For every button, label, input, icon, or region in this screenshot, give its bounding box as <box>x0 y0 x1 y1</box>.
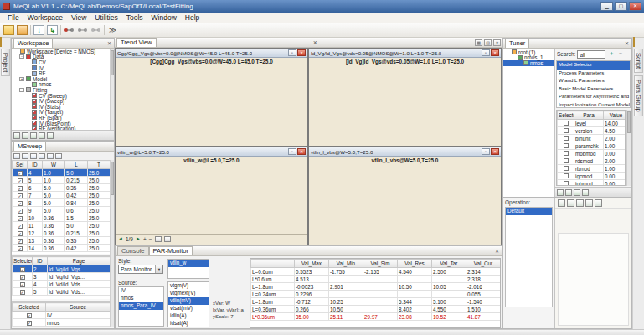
table-row[interactable]: ✓100.361.525.0 <box>13 214 111 222</box>
cascade-windows-icon[interactable]: ▤ <box>484 39 492 46</box>
checkbox[interactable]: ✓ <box>27 321 32 326</box>
list-item[interactable]: vtlin_w <box>168 260 209 267</box>
list-item[interactable]: vtgm(V) <box>168 282 209 290</box>
checkbox[interactable]: ✓ <box>18 209 23 214</box>
toolbar-overflow-icon[interactable]: ≫ <box>107 25 118 35</box>
export-data-icon[interactable]: ↳ <box>47 25 58 35</box>
zoom-in-icon[interactable]: + <box>143 236 147 242</box>
param-group-item[interactable]: Parameters for Asymmetric and Bia... <box>557 93 630 101</box>
list-item[interactable]: IV <box>119 287 163 295</box>
tab-script[interactable]: Script <box>634 49 643 73</box>
table-row[interactable]: mobmod0.00 <box>558 150 626 157</box>
table-row[interactable]: ✓5Id_Vd/Id_Vds... <box>13 288 111 296</box>
grid-view-icon[interactable] <box>55 153 62 159</box>
tab-project[interactable]: Project <box>1 49 10 76</box>
ws-tool-icon-1[interactable] <box>13 132 20 139</box>
column-header[interactable]: L <box>65 161 88 169</box>
panel-close-icon[interactable]: ✕ <box>107 40 112 46</box>
checkbox[interactable]: ✓ <box>18 186 23 191</box>
column-header[interactable] <box>251 260 295 268</box>
remove-param-icon[interactable]: − <box>616 50 624 58</box>
link-chain-icon[interactable] <box>90 25 101 35</box>
checkbox[interactable]: ✓ <box>18 224 23 229</box>
list-view-icon[interactable] <box>47 153 54 159</box>
ws-tool-icon-4[interactable] <box>39 132 45 139</box>
link-red-icon[interactable] <box>64 25 75 35</box>
plot-close-button[interactable]: ✕ <box>297 148 306 155</box>
checkbox[interactable]: ✓ <box>18 178 23 183</box>
column-header[interactable]: Selected <box>13 303 46 312</box>
checkbox[interactable] <box>564 173 569 178</box>
table-row[interactable]: ✓110.365.025.0 <box>13 222 111 229</box>
table-row[interactable]: ✓65.00.3525.0 <box>13 184 111 192</box>
plot-minimize-button[interactable]: ▫ <box>482 49 490 56</box>
menu-help[interactable]: Help <box>181 13 204 22</box>
plot-minimize-button[interactable]: ▫ <box>482 148 490 155</box>
column-header[interactable]: T <box>88 161 111 169</box>
pager-next-icon[interactable]: ► <box>136 236 141 241</box>
menu-utilities[interactable]: Utilities <box>90 13 121 22</box>
menu-workspace[interactable]: Workspace <box>23 13 67 22</box>
checkbox[interactable]: ✓ <box>18 231 23 236</box>
checkbox[interactable] <box>564 136 569 141</box>
list-item[interactable]: idlin(A) <box>168 312 209 320</box>
checkbox[interactable] <box>564 181 569 186</box>
tab-par-monitor[interactable]: PAR-Monitor <box>149 246 193 255</box>
column-header[interactable]: Val_Max <box>295 260 329 268</box>
column-header[interactable]: Sel <box>13 161 28 169</box>
table-row[interactable]: L*0.6um4.5132.318 <box>251 276 501 283</box>
zoom-out-icon[interactable]: − <box>149 236 152 242</box>
checkbox[interactable]: ✓ <box>18 171 23 176</box>
tab-para-group[interactable]: Para Group <box>634 75 643 116</box>
tree-item[interactable]: RF <box>12 70 110 76</box>
param-group-item[interactable]: W and L Parameters <box>557 77 630 85</box>
ws-tool-icon-2[interactable] <box>22 132 28 139</box>
open-project-icon[interactable] <box>17 25 28 35</box>
column-header[interactable]: ID <box>28 161 43 169</box>
checkbox[interactable]: ✓ <box>18 193 23 198</box>
table-row[interactable]: L=1.8um-0.00232.90110.5010.05-2.016 <box>251 283 501 291</box>
import-data-icon[interactable]: ↓ <box>33 25 44 35</box>
plot-close-button[interactable]: ✕ <box>491 49 499 56</box>
plot-window-vtlin-l[interactable]: vtlin_l_vbs@W=5.0,T=25.0 ▫✕ vtlin_l_vbs@… <box>308 147 502 245</box>
table-row[interactable]: L=0.36um0.26610.508.4024.5501.510 <box>251 306 501 313</box>
table-row[interactable]: L=1.8um-0.71210.255.3445.100-1.540 <box>251 298 501 306</box>
plot-minimize-button[interactable]: ▫ <box>288 148 296 155</box>
tree-item[interactable]: +Model <box>12 76 110 82</box>
table-row[interactable]: ✓120.360.21525.0 <box>13 229 111 237</box>
table-row[interactable]: ✓41.05.025.0 <box>13 169 111 177</box>
column-header[interactable]: Val_Res <box>398 260 432 268</box>
table-row[interactable]: level14.00 <box>558 120 626 127</box>
table-row[interactable]: binunit2.00 <box>558 135 626 142</box>
invert-selection-icon[interactable] <box>30 153 37 159</box>
table-row[interactable]: igcmod0.00 <box>558 173 626 180</box>
column-header[interactable]: Value <box>604 111 626 120</box>
workspace-scrollbar[interactable] <box>110 49 114 130</box>
select-none-icon[interactable] <box>22 153 28 159</box>
column-header[interactable]: Para <box>574 111 604 120</box>
checkbox[interactable]: ✓ <box>18 239 23 244</box>
close-all-icon[interactable]: ✕ <box>493 39 501 46</box>
menu-file[interactable]: File <box>3 13 23 22</box>
table-row[interactable]: L*0.36um35.0025.1129.9723.0810.5241.87 <box>251 313 501 321</box>
plot-titlebar[interactable]: vtlin_l_vbs@W=5.0,T=25.0 ▫✕ <box>309 147 501 157</box>
list-item[interactable]: vtlin(mV) <box>168 297 209 305</box>
table-row[interactable]: ✓4Id_Vd/Id_Vds... <box>13 281 111 288</box>
table-row[interactable]: ✓51.00.21525.0 <box>13 177 111 184</box>
table-row[interactable]: L=0.24um0.22960.055 <box>251 291 501 298</box>
plot-window-idvg[interactable]: Id_Vg/Id_Vgs@vds=0.05@NMOS@W=1.0 L=1.0 T… <box>308 48 502 147</box>
plot-window-vtlin-w[interactable]: vtlin_w@L=5.0,T=25.0 ▫✕ vtlin_w@L=5.0,T=… <box>115 147 308 245</box>
ws-tool-icon-5[interactable] <box>47 132 54 139</box>
table-row[interactable]: ✓130.360.3525.0 <box>13 237 111 245</box>
column-header[interactable]: Val_Tar <box>432 260 466 268</box>
table-row[interactable]: ✓IV <box>13 312 111 319</box>
checkbox[interactable]: ✓ <box>18 201 23 206</box>
select-all-icon[interactable] <box>13 153 20 159</box>
tree-item[interactable]: nmos_1 <box>503 55 554 61</box>
column-header[interactable]: Source <box>46 303 111 312</box>
checkbox[interactable] <box>564 158 569 163</box>
table-row[interactable]: rdsmod2.00 <box>558 157 626 165</box>
list-item[interactable]: nmos <box>119 295 163 302</box>
minimize-button[interactable]: ▁ <box>600 2 613 11</box>
link-gray-icon[interactable] <box>77 25 88 35</box>
